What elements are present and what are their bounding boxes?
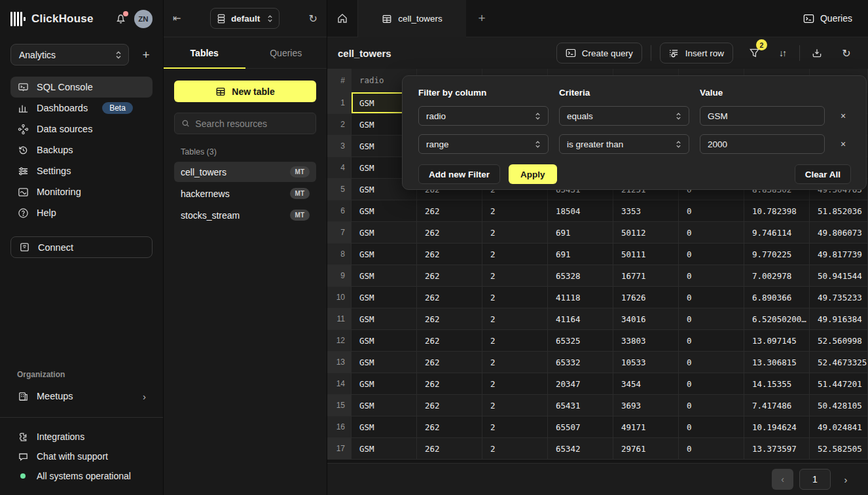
database-select[interactable]: default [210,8,280,29]
filter-value-input-1[interactable] [708,139,817,149]
table-cell[interactable]: 52.560998 [810,330,868,352]
table-cell[interactable]: 9.770225 [744,244,810,265]
sidebar-item-meetups[interactable]: Meetups › [10,386,153,407]
sidebar-item-sql-console[interactable]: SQL Console [10,77,153,98]
table-cell[interactable]: 2 [482,222,548,244]
table-list-item-stocks-stream[interactable]: stocks_stream MT [174,205,316,225]
table-cell[interactable]: 0 [679,222,744,244]
table-cell[interactable]: 0 [679,438,744,460]
table-cell[interactable]: 20347 [548,373,613,395]
table-cell[interactable]: 691 [548,222,613,244]
table-cell[interactable]: 2 [482,373,548,395]
sidebar-item-data-sources[interactable]: Data sources [10,119,153,139]
download-button[interactable] [808,45,825,62]
table-cell[interactable]: GSM [352,352,417,373]
table-cell[interactable]: 13.373597 [744,438,810,460]
table-cell[interactable]: 65332 [548,352,613,373]
table-cell[interactable]: 3454 [613,373,679,395]
table-cell[interactable]: 17626 [613,287,679,308]
system-status[interactable]: All systems operational [10,466,153,486]
table-cell[interactable]: 0 [679,308,744,330]
table-cell[interactable]: 50.941544 [810,265,868,287]
table-cell[interactable]: 691 [548,244,613,265]
table-cell[interactable]: 0 [679,373,744,395]
table-cell[interactable]: GSM [352,287,417,308]
sidebar-item-integrations[interactable]: Integrations [10,427,153,447]
table-list-item-cell-towers[interactable]: cell_towers MT [174,162,316,182]
table-cell[interactable]: 3353 [613,200,679,222]
sidebar-item-monitoring[interactable]: Monitoring [10,181,153,202]
insert-row-button[interactable]: Insert row [660,43,733,64]
table-cell[interactable]: 50112 [613,222,679,244]
sidebar-item-dashboards[interactable]: Dashboards Beta [10,98,153,119]
avatar[interactable]: ZN [134,10,153,28]
connect-button[interactable]: Connect [10,236,153,258]
table-cell[interactable]: 7.417486 [744,395,810,416]
remove-filter-0-button[interactable]: × [835,111,851,121]
table-cell[interactable]: GSM [352,416,417,438]
table-cell[interactable]: 49.916384 [810,308,868,330]
table-cell[interactable]: 49.817739 [810,244,868,265]
table-cell[interactable]: 49.024841 [810,416,868,438]
table-cell[interactable]: 2 [482,352,548,373]
table-cell[interactable]: 65328 [548,265,613,287]
table-cell[interactable]: 262 [417,200,482,222]
table-cell[interactable]: 262 [417,373,482,395]
table-cell[interactable]: 18504 [548,200,613,222]
workspace-select[interactable]: Analytics [10,44,129,65]
apply-filter-button[interactable]: Apply [509,164,557,184]
notifications-button[interactable] [115,12,128,26]
sort-button[interactable]: ↓↑ [774,45,791,62]
collapse-panel-icon[interactable]: ⇤ [173,12,181,24]
queries-button[interactable]: Queries [803,0,852,37]
table-cell[interactable]: 6.52050200… [744,308,810,330]
search-input[interactable] [195,119,309,129]
table-cell[interactable]: 262 [417,222,482,244]
table-cell[interactable]: 13.097145 [744,330,810,352]
table-cell[interactable]: 52.4673325 [810,352,868,373]
table-cell[interactable]: GSM [352,200,417,222]
table-cell[interactable]: 6.890366 [744,287,810,308]
table-cell[interactable]: 49.735233 [810,287,868,308]
table-cell[interactable]: GSM [352,395,417,416]
table-cell[interactable]: 262 [417,265,482,287]
home-button[interactable] [327,0,358,37]
table-cell[interactable]: 0 [679,330,744,352]
table-cell[interactable]: 51.447201 [810,373,868,395]
table-cell[interactable]: 9.746114 [744,222,810,244]
table-cell[interactable]: 13.306815 [744,352,810,373]
filter-criteria-select-0[interactable]: equals [559,106,689,126]
create-query-button[interactable]: Create query [556,43,642,64]
table-cell[interactable]: 51.852036 [810,200,868,222]
table-cell[interactable]: 2 [482,287,548,308]
table-cell[interactable]: 262 [417,330,482,352]
table-cell[interactable]: 34016 [613,308,679,330]
table-cell[interactable]: 7.002978 [744,265,810,287]
table-cell[interactable]: 2 [482,438,548,460]
table-cell[interactable]: 3693 [613,395,679,416]
table-cell[interactable]: 0 [679,265,744,287]
filter-button[interactable]: 2 [746,45,763,62]
table-cell[interactable]: 2 [482,244,548,265]
table-cell[interactable]: 0 [679,244,744,265]
table-cell[interactable]: 0 [679,200,744,222]
table-cell[interactable]: 262 [417,287,482,308]
table-cell[interactable]: 50.428105 [810,395,868,416]
table-cell[interactable]: 2 [482,330,548,352]
table-cell[interactable]: 16771 [613,265,679,287]
add-new-filter-button[interactable]: Add new Filter [418,164,500,184]
table-cell[interactable]: 10533 [613,352,679,373]
table-cell[interactable]: 33803 [613,330,679,352]
table-cell[interactable]: 41118 [548,287,613,308]
sidebar-item-chat-support[interactable]: Chat with support [10,447,153,466]
table-cell[interactable]: 10.782398 [744,200,810,222]
refresh-tables-icon[interactable]: ↻ [309,12,317,25]
table-cell[interactable]: 65431 [548,395,613,416]
table-cell[interactable]: GSM [352,244,417,265]
table-cell[interactable]: 29761 [613,438,679,460]
table-cell[interactable]: GSM [352,438,417,460]
refresh-button[interactable]: ↻ [838,45,855,62]
table-cell[interactable]: 262 [417,244,482,265]
new-tab-button[interactable]: + [466,0,497,37]
add-workspace-button[interactable]: + [139,48,153,62]
